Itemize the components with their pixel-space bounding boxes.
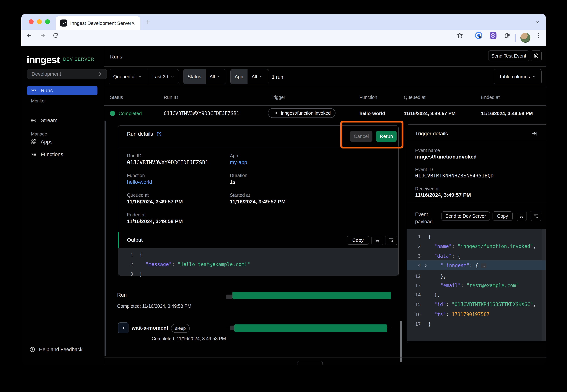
- row-trigger-label: inngest/function.invoked: [281, 111, 331, 116]
- sidebar-item-apps[interactable]: Apps: [27, 137, 98, 146]
- sidebar-item-label: Functions: [41, 152, 63, 157]
- settings-button[interactable]: [531, 51, 541, 61]
- send-to-dev-server-button[interactable]: Send to Dev Server: [441, 211, 490, 221]
- field-value-queued: 11/16/2024, 3:49:57 PM: [127, 199, 183, 205]
- tab-close-icon[interactable]: [131, 21, 135, 26]
- field-label: Event name: [415, 148, 440, 153]
- field-label: Function: [127, 173, 145, 178]
- code-line-collapsed[interactable]: "_inngest": { …: [428, 263, 486, 268]
- code-line: {: [421, 234, 431, 239]
- collapse-panel-icon[interactable]: [532, 130, 538, 137]
- output-code-block: 1{ 2"message": "Hello test@example.com!"…: [118, 248, 398, 276]
- tab-search-chevron-icon[interactable]: [535, 20, 539, 24]
- fold-chevron-icon[interactable]: [423, 263, 428, 268]
- extension-app-icon[interactable]: [489, 31, 497, 40]
- field-label: Event ID: [415, 167, 433, 172]
- chevron-down-icon: [532, 75, 536, 79]
- timeline-scrollbar[interactable]: [400, 321, 402, 362]
- run-details-title: Run details: [127, 131, 162, 137]
- col-status: Status: [110, 95, 123, 100]
- browser-tab[interactable]: Inngest Development Server: [56, 16, 140, 30]
- bookmark-star-icon[interactable]: [456, 32, 463, 39]
- field-value-function-link[interactable]: hello-world: [127, 179, 152, 185]
- window-close-button[interactable]: [29, 19, 34, 24]
- help-and-feedback[interactable]: Help and Feedback: [29, 347, 83, 352]
- payload-word-wrap-button[interactable]: [517, 211, 527, 221]
- result-count: 1 run: [272, 74, 283, 80]
- sidebar-section-manage: Manage: [31, 131, 47, 137]
- timeline-step-bar[interactable]: [234, 324, 387, 332]
- app-filter[interactable]: App All: [230, 69, 269, 84]
- line-number: 3: [407, 253, 421, 259]
- payload-scrollbar-gutter[interactable]: [542, 229, 546, 341]
- copy-label: Copy: [497, 213, 508, 219]
- field-value-started: 11/16/2024, 3:49:57 PM: [230, 199, 285, 205]
- chevron-down-icon: [138, 75, 142, 79]
- queued-at-filter[interactable]: Queued at Last 3d: [109, 69, 179, 84]
- tab-title: Inngest Development Server: [70, 20, 131, 26]
- environment-selector[interactable]: Development: [27, 69, 107, 79]
- line-number: 14: [407, 292, 421, 297]
- details-scrollbar[interactable]: [104, 121, 106, 356]
- sidebar-section-monitor: Monitor: [31, 98, 46, 104]
- field-value-app-link[interactable]: my-app: [230, 159, 247, 165]
- field-label: Ended at: [127, 212, 145, 218]
- payload-scroll-bottom-button[interactable]: [531, 211, 541, 221]
- table-row[interactable]: Completed 01JCVBTMV3WXY9D3CFDEJFZSB1 inn…: [104, 106, 546, 123]
- sidebar-item-stream[interactable]: Stream: [27, 116, 98, 125]
- external-link-icon[interactable]: [156, 131, 162, 137]
- timeline-run-completed: Completed: 11/16/2024, 3:49:58 PM: [117, 304, 191, 309]
- password-manager-icon[interactable]: [474, 31, 483, 40]
- environment-selector-label: Development: [31, 71, 97, 77]
- code-line: "name": "inngest/function.invoked",: [421, 243, 536, 249]
- time-range-label: Last 3d: [152, 74, 168, 80]
- scroll-to-bottom-button[interactable]: [385, 236, 397, 245]
- send-test-event-button[interactable]: Send Test Event: [488, 51, 529, 61]
- line-number: 2: [407, 244, 421, 249]
- timeline-run-bar[interactable]: [232, 292, 391, 299]
- reload-icon[interactable]: [52, 32, 59, 39]
- field-label: Run ID: [127, 153, 142, 158]
- sidebar-item-runs[interactable]: Runs: [27, 86, 98, 95]
- profile-avatar[interactable]: [520, 33, 530, 43]
- field-value-run-id: 01JCVBTMV3WXY9D3CFDEJFZSB1: [127, 159, 208, 166]
- event-payload-label: Event payload: [415, 211, 433, 225]
- apps-icon: [31, 139, 37, 145]
- timeline-run-label: Run: [117, 292, 127, 298]
- event-payload-label-line1: Event: [415, 211, 433, 218]
- sidebar-item-label: Apps: [41, 139, 53, 145]
- run-details-title-label: Run details: [127, 131, 153, 137]
- inngest-logo: inngest: [27, 54, 60, 65]
- extensions-puzzle-icon[interactable]: [504, 32, 511, 39]
- menu-kebab-icon[interactable]: [535, 32, 542, 39]
- send-test-event-label: Send Test Event: [491, 53, 526, 59]
- col-ended-at: Ended at: [481, 95, 500, 100]
- window-zoom-button[interactable]: [45, 19, 50, 24]
- dev-server-badge: DEV SERVER: [63, 57, 94, 62]
- table-columns-label: Table columns: [499, 74, 530, 80]
- back-icon[interactable]: [26, 32, 33, 39]
- main-panel: Runs Send Test Event Queued at Last 3d S…: [104, 46, 546, 364]
- line-number: 2: [118, 262, 133, 267]
- table-columns-button[interactable]: Table columns: [494, 69, 541, 84]
- window-minimize-button[interactable]: [37, 19, 42, 24]
- forward-icon[interactable]: [39, 32, 46, 39]
- copy-label: Copy: [352, 238, 364, 243]
- code-line: },: [421, 292, 440, 297]
- row-ended-at: 11/16/2024, 3:49:58 PM: [481, 111, 533, 116]
- step-expand-button[interactable]: [118, 322, 128, 333]
- output-copy-button[interactable]: Copy: [347, 236, 369, 245]
- sidebar: inngest DEV SERVER Development Monitor R…: [21, 46, 104, 364]
- help-icon: [29, 347, 35, 352]
- word-wrap-button[interactable]: [371, 236, 383, 245]
- payload-copy-button[interactable]: Copy: [493, 211, 513, 221]
- code-line: {: [133, 252, 142, 257]
- status-filter[interactable]: Status All: [183, 69, 226, 84]
- toolbar-divider: [515, 34, 516, 42]
- line-number: 4: [407, 263, 421, 268]
- new-tab-icon[interactable]: [145, 19, 150, 24]
- inngest-app: inngest DEV SERVER Development Monitor R…: [21, 46, 546, 364]
- sidebar-item-functions[interactable]: Functions: [27, 150, 98, 159]
- row-trigger-pill[interactable]: inngest/function.invoked: [268, 108, 336, 118]
- pagination-button-cutoff[interactable]: [297, 361, 323, 364]
